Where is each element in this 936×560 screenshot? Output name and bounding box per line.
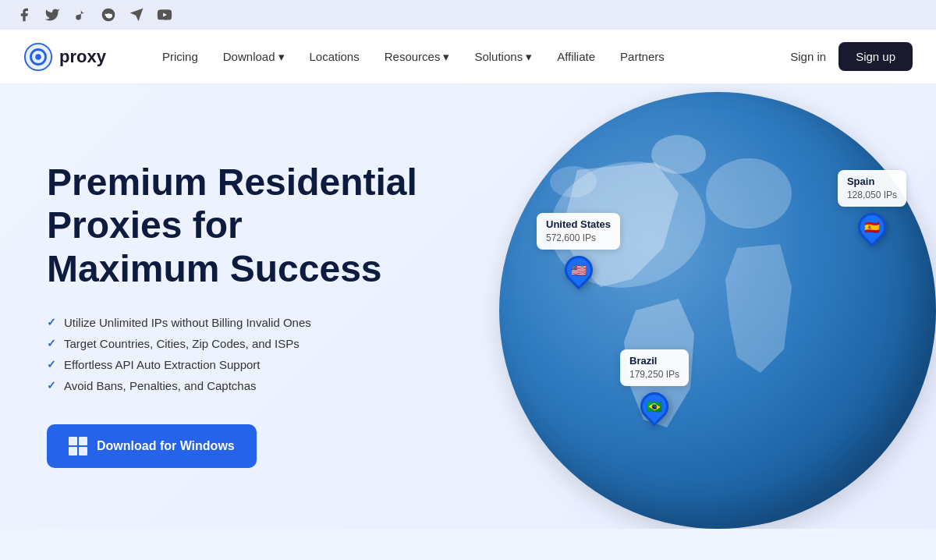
- hero-title: Premium Residential Proxies for Maximum …: [47, 161, 452, 290]
- spain-location-pin: Spain 128,050 IPs 🇪🇸: [838, 170, 906, 244]
- check-icon: ✓: [47, 337, 56, 349]
- svg-point-8: [706, 158, 792, 229]
- svg-marker-2: [130, 9, 144, 22]
- facebook-icon[interactable]: [16, 6, 33, 23]
- nav-locations[interactable]: Locations: [300, 44, 369, 69]
- globe-map: [499, 92, 936, 529]
- nav-affiliate[interactable]: Affiliate: [548, 44, 604, 69]
- feature-item: ✓ Avoid Bans, Penalties, and Captchas: [47, 375, 452, 396]
- feature-item: ✓ Utilize Unlimited IPs without Billing …: [47, 312, 452, 333]
- navbar: proxy Pricing Download ▾ Locations Resou…: [0, 30, 936, 84]
- nav-solutions[interactable]: Solutions ▾: [465, 44, 541, 70]
- sign-in-link[interactable]: Sign in: [790, 50, 826, 63]
- nav-download[interactable]: Download ▾: [214, 44, 294, 70]
- download-button[interactable]: Download for Windows: [47, 424, 257, 468]
- social-bar: [0, 0, 936, 30]
- spain-pin-marker: 🇪🇸: [858, 210, 886, 244]
- brazil-pin-marker: 🇧🇷: [640, 389, 668, 424]
- feature-item: ✓ Effortless API Auto Extraction Support: [47, 354, 452, 375]
- tiktok-icon[interactable]: [72, 6, 89, 23]
- us-tooltip: United States 572,600 IPs: [537, 213, 620, 250]
- chevron-down-icon: ▾: [443, 50, 449, 64]
- globe: United States 572,600 IPs 🇺🇸 Spain 128,0…: [499, 92, 936, 529]
- sign-up-button[interactable]: Sign up: [838, 42, 913, 71]
- spain-tooltip: Spain 128,050 IPs: [838, 170, 906, 207]
- us-location-pin: United States 572,600 IPs 🇺🇸: [537, 213, 620, 287]
- us-pin-marker: 🇺🇸: [565, 253, 593, 287]
- svg-point-6: [35, 54, 41, 60]
- nav-links: Pricing Download ▾ Locations Resources ▾…: [153, 44, 790, 70]
- telegram-icon[interactable]: [128, 6, 145, 23]
- nav-partners[interactable]: Partners: [611, 44, 674, 69]
- svg-point-9: [651, 135, 706, 174]
- feature-item: ✓ Target Countries, Cities, Zip Codes, a…: [47, 333, 452, 354]
- logo-text: proxy: [59, 47, 106, 67]
- logo-icon: [23, 42, 53, 72]
- nav-pricing[interactable]: Pricing: [153, 44, 207, 69]
- svg-point-10: [550, 166, 597, 197]
- nav-actions: Sign in Sign up: [790, 42, 913, 71]
- globe-container: United States 572,600 IPs 🇺🇸 Spain 128,0…: [499, 92, 936, 529]
- brazil-location-pin: Brazil 179,250 IPs 🇧🇷: [620, 349, 689, 424]
- reddit-icon[interactable]: [100, 6, 117, 23]
- check-icon: ✓: [47, 358, 56, 370]
- youtube-icon[interactable]: [156, 6, 173, 23]
- hero-section: Premium Residential Proxies for Maximum …: [0, 84, 936, 529]
- windows-icon: [69, 437, 87, 455]
- nav-resources[interactable]: Resources ▾: [375, 44, 459, 70]
- check-icon: ✓: [47, 379, 56, 392]
- logo[interactable]: proxy: [23, 42, 106, 72]
- check-icon: ✓: [47, 316, 56, 328]
- twitter-icon[interactable]: [44, 6, 61, 23]
- chevron-down-icon: ▾: [278, 50, 285, 64]
- hero-content: Premium Residential Proxies for Maximum …: [47, 161, 452, 468]
- brazil-tooltip: Brazil 179,250 IPs: [620, 349, 689, 386]
- hero-features: ✓ Utilize Unlimited IPs without Billing …: [47, 312, 452, 396]
- chevron-down-icon: ▾: [526, 50, 532, 64]
